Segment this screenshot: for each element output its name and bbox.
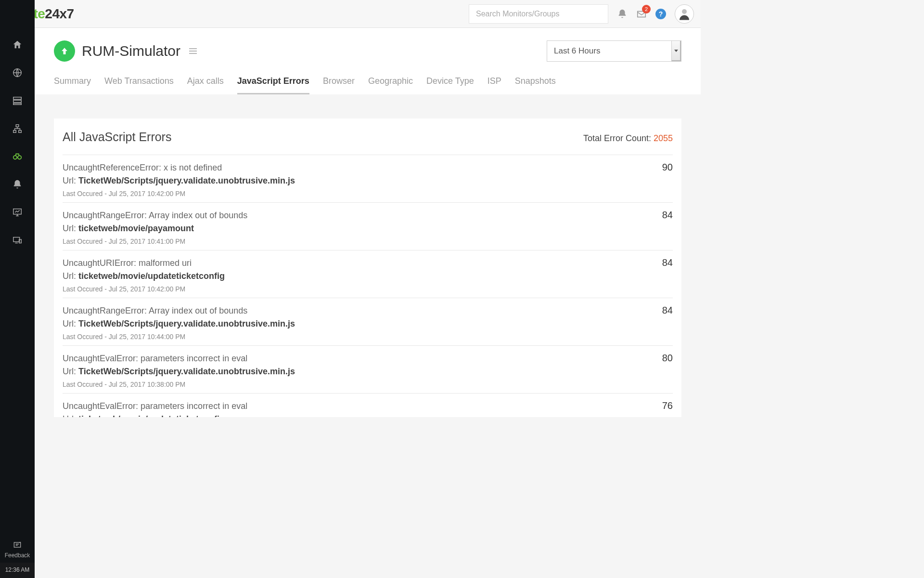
- error-title: UncaughtURIError: malformed uri: [63, 258, 673, 268]
- error-last-occurred: Last Occured - Jul 25, 2017 10:41:00 PM: [63, 237, 673, 245]
- error-item[interactable]: 84UncaughtRangeError: Array index out of…: [63, 203, 673, 250]
- svg-rect-1: [13, 97, 22, 100]
- error-last-occurred: Last Occured - Jul 25, 2017 10:44:00 PM: [63, 333, 673, 341]
- sidebar-item-network[interactable]: [0, 115, 35, 143]
- error-item[interactable]: 84UncaughtRangeError: Array index out of…: [63, 298, 673, 346]
- error-url: Url: ticketweb/movie/updateticketconfig: [63, 414, 673, 417]
- error-item[interactable]: 80UncaughtEvalError: parameters incorrec…: [63, 346, 673, 394]
- sidebar-item-reports[interactable]: [0, 198, 35, 226]
- svg-rect-10: [13, 237, 20, 242]
- page-header: RUM-Simulator Last 6 Hours SummaryWeb Tr…: [35, 28, 701, 94]
- bell-icon: [617, 9, 628, 19]
- error-url: Url: TicketWeb/Scripts/jquery.validate.u…: [63, 319, 673, 329]
- svg-rect-11: [19, 239, 22, 243]
- home-icon: [12, 39, 23, 50]
- network-icon: [12, 123, 23, 134]
- main-content: RUM-Simulator Last 6 Hours SummaryWeb Tr…: [35, 28, 701, 417]
- globe-icon: [12, 67, 23, 78]
- tab-snapshots[interactable]: Snapshots: [515, 76, 556, 94]
- binoculars-icon: [12, 151, 23, 162]
- error-item[interactable]: 90UncaughtReferenceError: x is not defin…: [63, 155, 673, 203]
- arrow-up-icon: [60, 46, 69, 56]
- logo-24: 24x7: [45, 6, 74, 21]
- status-indicator: [54, 40, 75, 62]
- sidebar-item-home[interactable]: [0, 31, 35, 59]
- tab-web-transactions[interactable]: Web Transactions: [104, 76, 174, 94]
- svg-rect-5: [13, 131, 16, 133]
- presentation-icon: [12, 207, 23, 218]
- svg-point-8: [18, 156, 21, 159]
- tab-device-type[interactable]: Device Type: [426, 76, 474, 94]
- help-icon: ?: [655, 9, 666, 19]
- topbar: Site24x7 Search Monitors/Groups 2 ?: [0, 0, 701, 28]
- error-item[interactable]: 84UncaughtURIError: malformed uriUrl: ti…: [63, 250, 673, 298]
- tab-isp[interactable]: ISP: [488, 76, 501, 94]
- svg-rect-2: [13, 100, 22, 103]
- error-url: Url: TicketWeb/Scripts/jquery.validate.u…: [63, 176, 673, 186]
- total-value: 2055: [654, 133, 673, 143]
- error-count: 84: [662, 257, 673, 268]
- errors-panel: All JavaScript Errors Total Error Count:…: [54, 118, 681, 417]
- error-count: 90: [662, 162, 673, 173]
- svg-rect-3: [13, 104, 22, 105]
- error-item[interactable]: 76UncaughtEvalError: parameters incorrec…: [63, 394, 673, 417]
- tab-ajax-calls[interactable]: Ajax calls: [187, 76, 224, 94]
- sidebar-item-globe[interactable]: [0, 59, 35, 87]
- error-count: 80: [662, 353, 673, 364]
- error-last-occurred: Last Occured - Jul 25, 2017 10:42:00 PM: [63, 190, 673, 197]
- tab-javascript-errors[interactable]: JavaScript Errors: [237, 76, 309, 94]
- left-sidebar: Feedback 12:36 AM: [0, 0, 35, 417]
- svg-rect-4: [16, 125, 19, 127]
- error-title: UncaughtEvalError: parameters incorrect …: [63, 354, 673, 364]
- search-placeholder: Search Monitors/Groups: [476, 10, 559, 18]
- search-input[interactable]: Search Monitors/Groups: [469, 4, 608, 24]
- svg-point-7: [13, 156, 17, 159]
- avatar-icon: [677, 7, 692, 21]
- server-icon: [12, 95, 23, 106]
- page-title: RUM-Simulator: [82, 43, 180, 59]
- svg-rect-6: [19, 131, 22, 133]
- error-title: UncaughtRangeError: Array index out of b…: [63, 210, 673, 221]
- error-url: Url: ticketweb/movie/updateticketconfig: [63, 271, 673, 281]
- error-url: Url: TicketWeb/Scripts/jquery.validate.u…: [63, 367, 673, 377]
- sidebar-item-devices[interactable]: [0, 226, 35, 254]
- error-title: UncaughtReferenceError: x is not defined: [63, 163, 673, 173]
- error-count: 76: [662, 400, 673, 411]
- error-list: 90UncaughtReferenceError: x is not defin…: [63, 155, 673, 417]
- error-count: 84: [662, 305, 673, 316]
- error-last-occurred: Last Occured - Jul 25, 2017 10:42:00 PM: [63, 285, 673, 293]
- total-label: Total Error Count:: [583, 133, 654, 143]
- error-count: 84: [662, 210, 673, 221]
- tab-geographic[interactable]: Geographic: [368, 76, 413, 94]
- timerange-value: Last 6 Hours: [554, 46, 600, 56]
- inbox-button[interactable]: 2: [636, 9, 647, 19]
- svg-point-14: [682, 9, 687, 14]
- tab-summary[interactable]: Summary: [54, 76, 91, 94]
- error-last-occurred: Last Occured - Jul 25, 2017 10:38:00 PM: [63, 381, 673, 388]
- user-avatar[interactable]: [675, 4, 694, 24]
- bell-icon: [12, 179, 23, 190]
- timerange-select[interactable]: Last 6 Hours: [547, 40, 681, 62]
- notification-badge: 2: [642, 5, 651, 13]
- error-title: UncaughtRangeError: Array index out of b…: [63, 306, 673, 316]
- help-button[interactable]: ?: [655, 9, 666, 19]
- tab-browser[interactable]: Browser: [323, 76, 355, 94]
- sidebar-item-monitor[interactable]: [0, 143, 35, 171]
- total-error-count: Total Error Count: 2055: [583, 133, 673, 144]
- notifications-bell[interactable]: [617, 9, 628, 19]
- error-title: UncaughtEvalError: parameters incorrect …: [63, 401, 673, 411]
- tabs: SummaryWeb TransactionsAjax callsJavaScr…: [54, 76, 681, 94]
- page-menu-button[interactable]: [189, 48, 197, 54]
- panel-title: All JavaScript Errors: [63, 130, 171, 144]
- devices-icon: [12, 235, 23, 246]
- chevron-down-icon: [671, 41, 681, 61]
- sidebar-item-alerts[interactable]: [0, 171, 35, 198]
- error-url: Url: ticketweb/movie/payamount: [63, 223, 673, 234]
- sidebar-item-servers[interactable]: [0, 87, 35, 115]
